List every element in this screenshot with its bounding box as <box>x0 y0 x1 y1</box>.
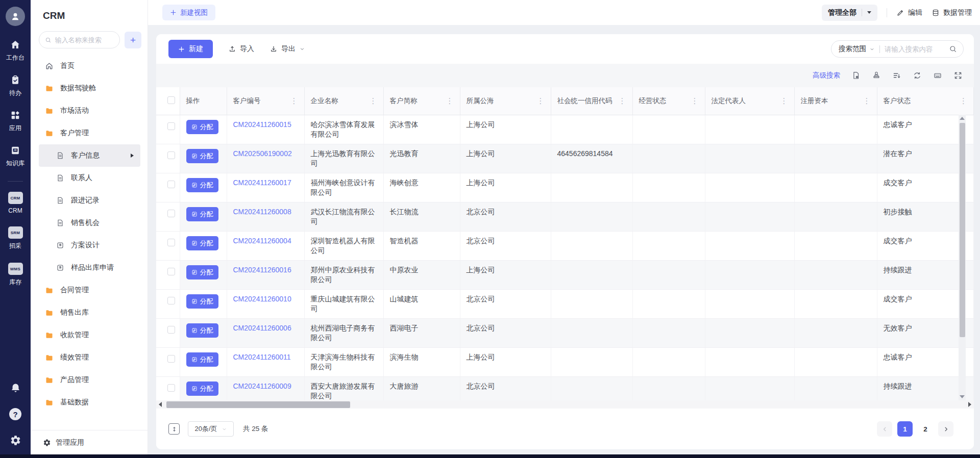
scroll-up-arrow[interactable] <box>959 115 966 122</box>
column-menu-icon[interactable]: ⋮ <box>862 96 872 106</box>
prev-page-button[interactable] <box>877 421 892 437</box>
vertical-scroll-thumb[interactable] <box>960 123 965 337</box>
manage-all-button[interactable]: 管理全部 <box>822 5 877 21</box>
sidebar-item-4-selected[interactable]: 客户信息 <box>39 144 140 167</box>
scroll-down-arrow[interactable] <box>959 393 966 400</box>
sidebar-item-7[interactable]: 销售机会 <box>39 212 140 234</box>
page-button-1-active[interactable]: 1 <box>897 421 913 437</box>
keyboard-icon[interactable] <box>933 71 942 80</box>
assign-button[interactable]: 分配 <box>186 381 218 396</box>
row-checkbox[interactable] <box>167 181 175 188</box>
horizontal-scrollbar[interactable] <box>156 400 974 409</box>
refresh-icon[interactable] <box>913 71 922 80</box>
row-checkbox[interactable] <box>167 326 175 334</box>
stamp-icon[interactable] <box>872 71 881 80</box>
sidebar-item-8[interactable]: 方案设计 <box>39 234 140 257</box>
customer-code-link[interactable]: CM202411260015 <box>233 120 291 129</box>
rail-item-workbench[interactable]: 工作台 <box>6 39 24 62</box>
sidebar-item-10[interactable]: 合同管理 <box>39 279 140 301</box>
sidebar-search-box[interactable] <box>39 31 120 48</box>
file-preview-icon[interactable] <box>851 71 861 80</box>
assign-button[interactable]: 分配 <box>186 265 218 279</box>
horizontal-scroll-thumb[interactable] <box>166 401 350 408</box>
rail-item-srm[interactable]: SRM招采 <box>8 226 23 250</box>
sidebar-item-15[interactable]: 基础数据 <box>39 391 140 414</box>
add-menu-button[interactable]: + <box>125 32 141 48</box>
assign-button[interactable]: 分配 <box>186 149 218 163</box>
sidebar-item-2[interactable]: 市场活动 <box>39 99 140 122</box>
sort-list-icon[interactable] <box>892 71 901 80</box>
column-menu-icon[interactable]: ⋮ <box>289 96 299 106</box>
customer-code-link[interactable]: CM202411260004 <box>233 237 291 245</box>
row-height-icon[interactable] <box>168 423 180 435</box>
customer-code-link[interactable]: CM202411260008 <box>233 208 291 216</box>
assign-button[interactable]: 分配 <box>186 323 218 338</box>
scroll-left-arrow[interactable] <box>156 400 164 409</box>
assign-button[interactable]: 分配 <box>186 236 218 250</box>
export-button[interactable]: 导出 <box>270 44 305 54</box>
sidebar-item-13[interactable]: 绩效管理 <box>39 346 140 369</box>
customer-code-link[interactable]: CM202411260017 <box>233 179 291 187</box>
column-menu-icon[interactable]: ⋮ <box>536 96 546 106</box>
sidebar-item-14[interactable]: 产品管理 <box>39 369 140 391</box>
sidebar-item-1[interactable]: 数据驾驶舱 <box>39 77 140 99</box>
sidebar-item-12[interactable]: 收款管理 <box>39 324 140 346</box>
fullscreen-icon[interactable] <box>953 71 963 80</box>
next-page-button[interactable] <box>938 421 953 437</box>
assign-button[interactable]: 分配 <box>186 178 218 192</box>
data-manage-button[interactable]: 数据管理 <box>932 8 972 17</box>
customer-code-link[interactable]: CM202411260011 <box>233 353 291 361</box>
sidebar-item-9[interactable]: 样品出库申请 <box>39 257 140 279</box>
column-menu-icon[interactable]: ⋮ <box>618 96 627 106</box>
sidebar-item-0[interactable]: 首页 <box>39 55 140 77</box>
column-menu-icon[interactable]: ⋮ <box>369 96 378 106</box>
scroll-right-arrow[interactable] <box>966 400 974 409</box>
page-size-select[interactable]: 20条/页 <box>188 421 234 437</box>
edit-button[interactable]: 编辑 <box>896 8 922 17</box>
search-scope-select[interactable]: 搜索范围 <box>839 44 875 54</box>
sidebar-item-5[interactable]: 联系人 <box>39 167 140 189</box>
sidebar-search-input[interactable] <box>55 36 114 44</box>
rail-item-apps[interactable]: 应用 <box>9 110 21 133</box>
rail-item-wms[interactable]: WMS库存 <box>8 263 23 287</box>
new-view-button[interactable]: 新建视图 <box>162 5 215 20</box>
assign-button[interactable]: 分配 <box>186 207 218 221</box>
row-checkbox[interactable] <box>167 210 175 217</box>
customer-code-link[interactable]: CM202411260016 <box>233 266 291 274</box>
customer-code-link[interactable]: CM202506190002 <box>233 149 292 158</box>
advanced-search-link[interactable]: 高级搜索 <box>813 71 840 80</box>
customer-code-link[interactable]: CM202411260009 <box>233 382 291 390</box>
row-checkbox[interactable] <box>167 355 175 363</box>
avatar[interactable] <box>6 7 25 26</box>
rail-item-crm[interactable]: CRMCRM <box>8 192 23 214</box>
vertical-scrollbar[interactable] <box>959 115 966 400</box>
help-icon[interactable]: ? <box>9 408 21 420</box>
page-button-2[interactable]: 2 <box>918 421 933 437</box>
row-checkbox[interactable] <box>167 297 175 304</box>
row-checkbox[interactable] <box>167 268 175 275</box>
sidebar-item-3[interactable]: 客户管理 <box>39 122 140 144</box>
customer-code-link[interactable]: CM202411260006 <box>233 324 291 332</box>
assign-button[interactable]: 分配 <box>186 120 218 134</box>
column-menu-icon[interactable]: ⋮ <box>959 96 968 106</box>
bell-icon[interactable] <box>10 382 21 394</box>
assign-button[interactable]: 分配 <box>186 294 218 309</box>
manage-app-button[interactable]: 管理应用 <box>31 430 148 454</box>
column-menu-icon[interactable]: ⋮ <box>445 96 455 106</box>
import-button[interactable]: 导入 <box>228 44 254 54</box>
rail-item-todo[interactable]: 待办 <box>9 74 21 97</box>
row-checkbox[interactable] <box>167 122 175 130</box>
rail-item-knowledge[interactable]: AI知识库 <box>6 145 24 168</box>
assign-button[interactable]: 分配 <box>186 352 218 367</box>
sidebar-item-6[interactable]: 跟进记录 <box>39 189 140 212</box>
create-button[interactable]: 新建 <box>168 40 213 58</box>
table-search-input[interactable] <box>885 45 944 53</box>
customer-code-link[interactable]: CM202411260010 <box>233 295 291 303</box>
row-checkbox[interactable] <box>167 239 175 246</box>
row-checkbox[interactable] <box>167 384 175 392</box>
settings-icon[interactable] <box>10 435 21 446</box>
column-menu-icon[interactable]: ⋮ <box>779 96 789 106</box>
row-checkbox[interactable] <box>167 151 175 159</box>
column-menu-icon[interactable]: ⋮ <box>690 96 700 106</box>
select-all-checkbox[interactable] <box>167 96 175 104</box>
